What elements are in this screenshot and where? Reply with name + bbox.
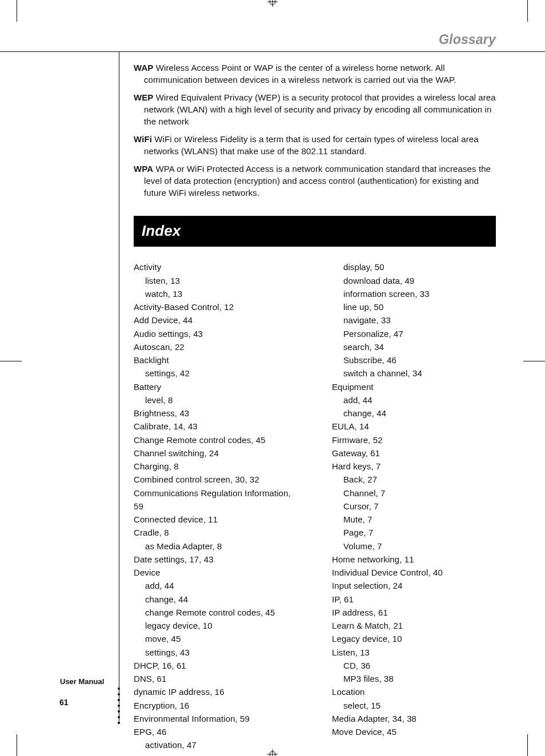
footer-label: User Manual — [60, 677, 104, 686]
index-entry: Hard keys, 7 — [332, 460, 496, 473]
glossary-entry: WiFi WiFi or Wireless Fidelity is a term… — [134, 133, 496, 157]
index-entry: IP address, 61 — [332, 606, 496, 619]
index-entry: Environmental Information, 59 — [134, 712, 298, 725]
index-entry: Equipment — [332, 380, 496, 393]
glossary-definition: WPA or WiFi Protected Access is a networ… — [144, 164, 491, 198]
page: { "header": { "section_title": "Glossary… — [0, 0, 545, 756]
crop-mark — [0, 361, 22, 361]
glossary-entry: WPA WPA or WiFi Protected Access is a ne… — [134, 163, 496, 199]
crop-mark — [527, 0, 528, 22]
index-entry: Move Device, 45 — [332, 725, 496, 738]
glossary-entry: WEP Wired Equivalent Privacy (WEP) is a … — [134, 91, 496, 127]
index-entry: Cradle, 8 — [134, 526, 298, 539]
index-entry: Personalize, 47 — [332, 327, 496, 340]
index-entry: select, 15 — [332, 699, 496, 712]
glossary-term: WiFi — [134, 134, 152, 144]
index-entry: EPG, 46 — [134, 725, 298, 738]
index-entry: Channel, 7 — [332, 486, 496, 500]
index-entry: legacy device, 10 — [134, 619, 298, 632]
index-entry: search, 34 — [332, 340, 496, 353]
index-entry: Battery — [134, 380, 298, 393]
index-entry: Channel switching, 24 — [134, 447, 298, 460]
index-entry: Backlight — [134, 353, 298, 367]
index-entry: Gateway, 61 — [332, 447, 496, 460]
index-entry: EULA, 14 — [332, 420, 496, 433]
index-entry: Mute, 7 — [332, 513, 496, 526]
index-entry: Date settings, 17, 43 — [134, 553, 298, 566]
crop-mark — [527, 734, 528, 756]
index-entry: download data, 49 — [332, 274, 496, 287]
index-entry: Activity-Based Control, 12 — [134, 300, 298, 313]
index-entry: Autoscan, 22 — [134, 340, 298, 353]
index-entry: Subscribe, 46 — [332, 353, 496, 367]
index-entry: Media Adapter, 34, 38 — [332, 712, 496, 725]
index-entry: Home networking, 11 — [332, 553, 496, 566]
index-entry: as Media Adapter, 8 — [134, 540, 298, 553]
index-entry: display, 50 — [332, 260, 496, 274]
index-entry: Back, 27 — [332, 473, 496, 486]
registration-mark-icon — [267, 0, 278, 7]
index-entry: Cursor, 7 — [332, 500, 496, 513]
index-entry: Activity — [134, 260, 298, 274]
content-area: WAP Wireless Access Point or WAP is the … — [134, 62, 496, 752]
index-entry: Page, 7 — [332, 526, 496, 539]
glossary-term: WEP — [134, 93, 153, 102]
index-entry: Legacy device, 10 — [332, 632, 496, 645]
glossary-definition: WiFi or Wireless Fidelity is a term that… — [144, 134, 479, 156]
index-entry: change, 44 — [134, 593, 298, 606]
glossary-definition: Wireless Access Point or WAP is the cent… — [144, 63, 456, 85]
index-entry: Listen, 13 — [332, 646, 496, 659]
decorative-dots — [118, 687, 120, 724]
index-entry: Charging, 8 — [134, 460, 298, 473]
index-entry: settings, 43 — [134, 646, 298, 659]
crop-mark — [17, 0, 17, 22]
index-entry: Audio settings, 43 — [134, 327, 298, 340]
index-entry: Volume, 7 — [332, 540, 496, 553]
index-entry: watch, 13 — [134, 287, 298, 300]
index-heading: Index — [134, 216, 496, 247]
index-entry: Calibrate, 14, 43 — [134, 420, 298, 433]
index-entry: Brightness, 43 — [134, 407, 298, 420]
glossary-term: WPA — [134, 164, 153, 174]
index-column-left: Activitylisten, 13watch, 13Activity-Base… — [134, 260, 298, 751]
index-entry: Add Device, 44 — [134, 313, 298, 327]
index-entry: information screen, 33 — [332, 287, 496, 300]
index-entry: switch a channel, 34 — [332, 367, 496, 380]
horizontal-rule — [0, 51, 545, 52]
index-entry: Connected device, 11 — [134, 513, 298, 526]
index-entry: Input selection, 24 — [332, 579, 496, 592]
index-entry: level, 8 — [134, 393, 298, 407]
glossary-term: WAP — [134, 63, 153, 73]
index-column-right: display, 50download data, 49information … — [332, 260, 496, 751]
index-entry: change Remote control codes, 45 — [134, 606, 298, 619]
index-entry: MP3 files, 38 — [332, 672, 496, 685]
index-entry: move, 45 — [134, 632, 298, 645]
index-entry: settings, 42 — [134, 367, 298, 380]
index-entry: navigate, 33 — [332, 313, 496, 327]
vertical-rule — [119, 51, 119, 722]
index-entry: change, 44 — [332, 407, 496, 420]
index-entry: dynamic IP address, 16 — [134, 685, 298, 698]
index-entry: activation, 47 — [134, 738, 298, 751]
index-entry: Change Remote control codes, 45 — [134, 433, 298, 447]
index-entry: Encryption, 16 — [134, 699, 298, 712]
index-entry: listen, 13 — [134, 274, 298, 287]
index-entry: Location — [332, 685, 496, 698]
index-entry: Device — [134, 566, 298, 579]
index-entry: DHCP, 16, 61 — [134, 659, 298, 672]
section-header: Glossary — [439, 32, 496, 47]
index-entry: Combined control screen, 30, 32 — [134, 473, 298, 486]
index-entry: Individual Device Control, 40 — [332, 566, 496, 579]
index-entry: add, 44 — [332, 393, 496, 407]
index-entry: DNS, 61 — [134, 672, 298, 685]
crop-mark — [523, 361, 545, 361]
glossary-definition: Wired Equivalent Privacy (WEP) is a secu… — [144, 93, 496, 126]
index-entry: IP, 61 — [332, 593, 496, 606]
page-number: 61 — [59, 698, 69, 707]
crop-mark — [17, 734, 17, 756]
index-entry: Communications Regulation Information, 5… — [134, 486, 298, 513]
index-entry: Learn & Match, 21 — [332, 619, 496, 632]
index-columns: Activitylisten, 13watch, 13Activity-Base… — [134, 260, 496, 751]
index-entry: line up, 50 — [332, 300, 496, 313]
index-entry: Firmware, 52 — [332, 433, 496, 447]
